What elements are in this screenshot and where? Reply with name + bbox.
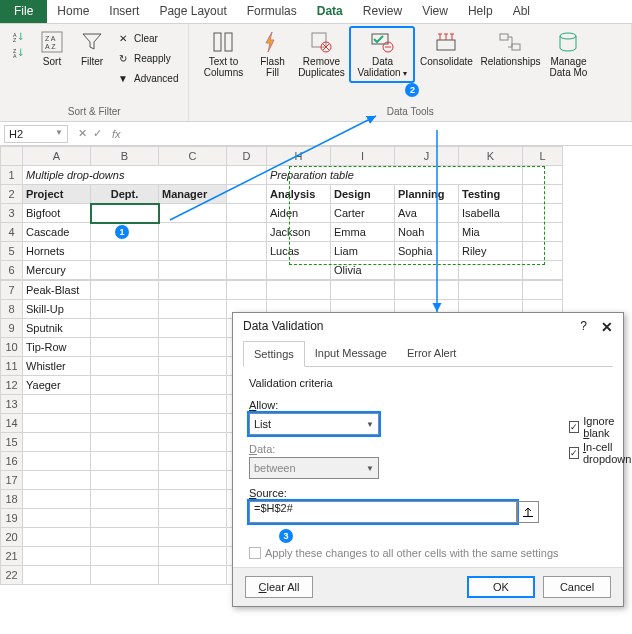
- cell[interactable]: [91, 490, 159, 509]
- cell[interactable]: [159, 261, 227, 280]
- cell[interactable]: [523, 223, 563, 242]
- cell-i2[interactable]: Design: [331, 185, 395, 204]
- flash-fill-button[interactable]: Flash Fill: [251, 26, 293, 83]
- cell[interactable]: Skill-Up: [23, 300, 91, 319]
- cell[interactable]: [23, 566, 91, 585]
- cell[interactable]: Mercury: [23, 261, 91, 280]
- cell-c2[interactable]: Manager: [159, 185, 227, 204]
- tab-formulas[interactable]: Formulas: [237, 0, 307, 23]
- cell[interactable]: [227, 204, 267, 223]
- cell[interactable]: [91, 376, 159, 395]
- cell[interactable]: [23, 433, 91, 452]
- cell[interactable]: [523, 261, 563, 280]
- cell[interactable]: [267, 261, 331, 280]
- row-header[interactable]: 4: [1, 223, 23, 242]
- consolidate-button[interactable]: Consolidate: [415, 26, 477, 83]
- fx-label[interactable]: fx: [108, 128, 125, 140]
- col-header-a[interactable]: A: [23, 147, 91, 166]
- cell[interactable]: [523, 204, 563, 223]
- cell[interactable]: [523, 185, 563, 204]
- cell[interactable]: Lucas: [267, 242, 331, 261]
- tab-help[interactable]: Help: [458, 0, 503, 23]
- cell[interactable]: [159, 357, 227, 376]
- row-header[interactable]: 6: [1, 261, 23, 280]
- clear-all-button[interactable]: Clear All: [245, 576, 313, 598]
- cell[interactable]: [159, 338, 227, 357]
- cell[interactable]: [159, 376, 227, 395]
- row-header[interactable]: 10: [1, 338, 23, 357]
- row-header[interactable]: 8: [1, 300, 23, 319]
- cell[interactable]: [395, 261, 459, 280]
- cell[interactable]: [159, 281, 227, 300]
- tab-settings[interactable]: Settings: [243, 341, 305, 367]
- row-header[interactable]: 16: [1, 452, 23, 471]
- cancel-button[interactable]: Cancel: [543, 576, 611, 598]
- title-right[interactable]: Preparation table: [267, 166, 523, 185]
- cell[interactable]: [91, 357, 159, 376]
- tab-data[interactable]: Data: [307, 0, 353, 23]
- cell[interactable]: [523, 166, 563, 185]
- cell[interactable]: [91, 338, 159, 357]
- cell[interactable]: [91, 261, 159, 280]
- col-header-l[interactable]: L: [523, 147, 563, 166]
- relationships-button[interactable]: Relationships: [477, 26, 543, 83]
- cell[interactable]: [159, 452, 227, 471]
- col-header-i[interactable]: I: [331, 147, 395, 166]
- cell[interactable]: [91, 414, 159, 433]
- cell[interactable]: Jackson: [267, 223, 331, 242]
- row-header[interactable]: 19: [1, 509, 23, 528]
- cell[interactable]: [227, 242, 267, 261]
- cell[interactable]: [159, 490, 227, 509]
- row-header[interactable]: 17: [1, 471, 23, 490]
- row-header[interactable]: 12: [1, 376, 23, 395]
- cell[interactable]: [91, 242, 159, 261]
- row-header[interactable]: 14: [1, 414, 23, 433]
- cell[interactable]: Sophia: [395, 242, 459, 261]
- cell[interactable]: [23, 452, 91, 471]
- cell-j3[interactable]: Ava: [395, 204, 459, 223]
- cell[interactable]: Liam: [331, 242, 395, 261]
- row-header[interactable]: 11: [1, 357, 23, 376]
- cell[interactable]: [159, 528, 227, 547]
- cell[interactable]: [91, 566, 159, 585]
- cell[interactable]: Tip-Row: [23, 338, 91, 357]
- cell[interactable]: [91, 528, 159, 547]
- cell[interactable]: [159, 395, 227, 414]
- cell[interactable]: [331, 281, 395, 300]
- tab-input-message[interactable]: Input Message: [305, 341, 397, 366]
- cell[interactable]: [23, 471, 91, 490]
- row-header[interactable]: 2: [1, 185, 23, 204]
- cell[interactable]: Sputnik: [23, 319, 91, 338]
- row-header[interactable]: 20: [1, 528, 23, 547]
- col-header-j[interactable]: J: [395, 147, 459, 166]
- cell[interactable]: Noah: [395, 223, 459, 242]
- cell[interactable]: Mia: [459, 223, 523, 242]
- sort-button[interactable]: Z AA Z Sort: [32, 26, 72, 88]
- cell[interactable]: [523, 281, 563, 300]
- cell[interactable]: [23, 490, 91, 509]
- source-range-picker-icon[interactable]: [517, 501, 539, 523]
- cell[interactable]: [159, 204, 227, 223]
- cell[interactable]: [267, 281, 331, 300]
- cell[interactable]: Cascade: [23, 223, 91, 242]
- cell[interactable]: [459, 281, 523, 300]
- enter-formula-icon[interactable]: ✓: [93, 127, 102, 140]
- cell[interactable]: [159, 319, 227, 338]
- row-header[interactable]: 3: [1, 204, 23, 223]
- cell[interactable]: Peak-Blast: [23, 281, 91, 300]
- cell[interactable]: Yaeger: [23, 376, 91, 395]
- reapply-button[interactable]: ↻Reapply: [112, 48, 182, 68]
- in-cell-dropdown-checkbox[interactable]: ✓In-cell dropdown: [569, 441, 632, 465]
- cell[interactable]: [23, 528, 91, 547]
- tab-review[interactable]: Review: [353, 0, 412, 23]
- cell[interactable]: 1: [91, 223, 159, 242]
- manage-data-model-button[interactable]: Manage Data Mo: [543, 26, 593, 83]
- cell[interactable]: [523, 242, 563, 261]
- col-header-h[interactable]: H: [267, 147, 331, 166]
- col-header-c[interactable]: C: [159, 147, 227, 166]
- cell[interactable]: [227, 281, 267, 300]
- tab-insert[interactable]: Insert: [99, 0, 149, 23]
- tab-home[interactable]: Home: [47, 0, 99, 23]
- cell[interactable]: [23, 509, 91, 528]
- cell-h2[interactable]: Analysis: [267, 185, 331, 204]
